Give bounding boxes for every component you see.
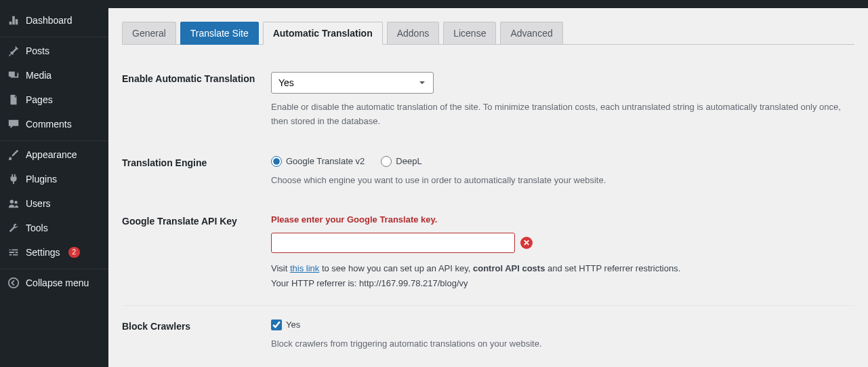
dashboard-icon [7, 14, 20, 27]
sidebar-item-plugins[interactable]: Plugins [0, 167, 108, 191]
sidebar-item-posts[interactable]: Posts [0, 39, 108, 63]
media-icon [7, 69, 20, 82]
row-limit-translation: Limit machine translation / characters p… [122, 364, 854, 367]
sidebar-item-dashboard[interactable]: Dashboard [0, 8, 108, 33]
sidebar-item-pages[interactable]: Pages [0, 88, 108, 112]
svg-point-2 [9, 278, 18, 288]
block-description: Block crawlers from triggering automatic… [271, 337, 854, 351]
plug-icon [7, 172, 20, 186]
engine-deepl-option[interactable]: DeepL [381, 156, 421, 167]
engine-google-option[interactable]: Google Translate v2 [271, 156, 365, 167]
svg-point-0 [10, 200, 14, 204]
sidebar-item-media[interactable]: Media [0, 63, 108, 88]
engine-deepl-radio[interactable] [381, 156, 392, 167]
engine-google-label: Google Translate v2 [286, 156, 365, 166]
row-block-crawlers: Block Crawlers Yes Block crawlers from t… [122, 305, 854, 365]
sidebar-item-label: Dashboard [26, 15, 73, 26]
settings-tabs: General Translate Site Automatic Transla… [122, 22, 854, 45]
apikey-label: Google Translate API Key [122, 214, 271, 291]
sidebar-item-settings[interactable]: Settings 2 [0, 240, 108, 265]
sidebar-collapse-menu[interactable]: Collapse menu [0, 271, 108, 295]
sidebar-item-label: Users [26, 198, 51, 209]
sidebar-item-label: Media [26, 70, 51, 81]
apikey-help: Visit this link to see how you can set u… [271, 261, 854, 291]
tab-addons[interactable]: Addons [387, 22, 439, 45]
block-checkbox-label: Yes [286, 320, 300, 330]
sidebar-item-label: Comments [26, 119, 72, 130]
sidebar-item-label: Plugins [26, 174, 57, 185]
admin-sidebar: Dashboard Posts Media Pages Comments [0, 8, 108, 367]
sidebar-item-appearance[interactable]: Appearance [0, 142, 108, 167]
row-translation-engine: Translation Engine Google Translate v2 D… [122, 142, 854, 201]
tab-license[interactable]: License [443, 22, 496, 45]
block-label: Block Crawlers [122, 320, 271, 351]
apikey-referrer: Your HTTP referrer is: http://167.99.78.… [271, 278, 468, 288]
users-icon [7, 197, 20, 210]
sidebar-item-users[interactable]: Users [0, 191, 108, 216]
sidebar-item-label: Posts [26, 45, 49, 56]
main-content: General Translate Site Automatic Transla… [108, 8, 868, 367]
brush-icon [7, 148, 20, 161]
tab-advanced[interactable]: Advanced [500, 22, 562, 45]
tab-general[interactable]: General [122, 22, 176, 45]
block-checkbox[interactable] [271, 320, 282, 330]
sidebar-item-label: Collapse menu [26, 277, 89, 288]
engine-google-radio[interactable] [271, 156, 282, 167]
enable-description: Enable or disable the automatic translat… [271, 100, 854, 129]
row-enable-auto-translation: Enable Automatic Translation Yes Enable … [122, 58, 854, 142]
error-icon: ✕ [520, 237, 533, 249]
tab-automatic-translation[interactable]: Automatic Translation [263, 22, 383, 45]
collapse-icon [7, 276, 20, 290]
enable-select[interactable]: Yes [271, 72, 434, 94]
settings-badge: 2 [68, 247, 81, 258]
sidebar-item-label: Appearance [26, 149, 77, 160]
sidebar-item-comments[interactable]: Comments [0, 112, 108, 136]
sidebar-item-label: Settings [26, 247, 60, 258]
block-checkbox-wrap[interactable]: Yes [271, 320, 854, 330]
comment-icon [7, 117, 20, 131]
automatic-translation-form: Enable Automatic Translation Yes Enable … [122, 58, 854, 367]
apikey-help-link[interactable]: this link [290, 263, 319, 273]
engine-description: Choose which engine you want to use in o… [271, 174, 854, 188]
engine-deepl-label: DeepL [396, 156, 421, 166]
sidebar-item-label: Tools [26, 223, 48, 233]
sidebar-item-label: Pages [26, 94, 53, 105]
page-icon [7, 93, 20, 107]
admin-topbar [0, 0, 868, 8]
wrench-icon [7, 221, 20, 235]
pin-icon [7, 44, 20, 58]
row-google-api-key: Google Translate API Key Please enter yo… [122, 201, 854, 305]
apikey-warning: Please enter your Google Translate key. [271, 214, 854, 225]
tab-translate-site[interactable]: Translate Site [180, 22, 259, 45]
engine-label: Translation Engine [122, 156, 271, 188]
apikey-input[interactable] [271, 233, 515, 253]
sidebar-item-tools[interactable]: Tools [0, 216, 108, 240]
sliders-icon [7, 246, 20, 259]
enable-label: Enable Automatic Translation [122, 72, 271, 129]
svg-point-1 [14, 201, 18, 204]
